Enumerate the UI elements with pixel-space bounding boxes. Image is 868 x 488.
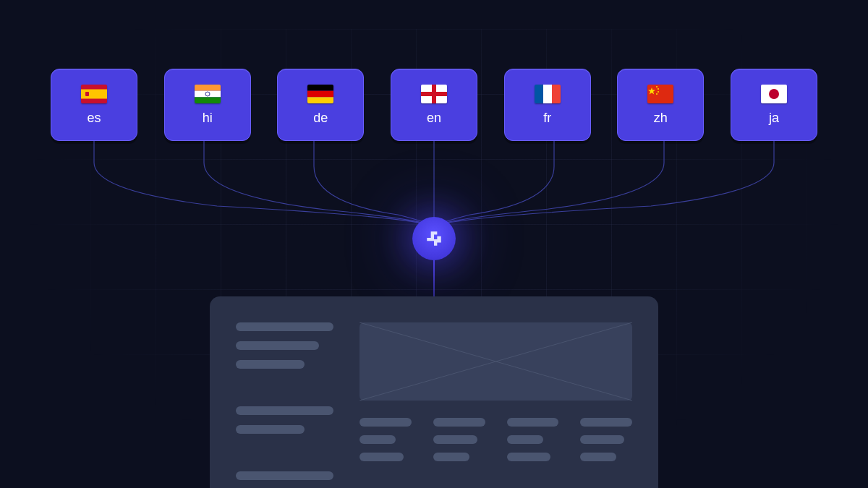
wireframe-hero (359, 322, 632, 401)
lang-label: de (313, 111, 328, 126)
lang-card-ja: ja (731, 69, 817, 141)
svg-rect-1 (81, 89, 107, 98)
lang-label: hi (203, 111, 213, 126)
wireframe-line (580, 435, 624, 444)
wireframe-line (433, 435, 477, 444)
wireframe-line (433, 418, 485, 427)
svg-rect-5 (195, 97, 221, 103)
svg-point-21 (656, 93, 658, 95)
svg-rect-9 (307, 97, 333, 103)
wireframe-line (359, 418, 412, 427)
flag-japan-icon (761, 85, 787, 103)
lang-card-hi: hi (164, 69, 251, 141)
flag-germany-icon (307, 85, 333, 103)
flag-china-icon (647, 85, 673, 103)
svg-rect-2 (85, 92, 89, 96)
wireframe-line (433, 453, 469, 461)
lang-label: ja (769, 111, 779, 126)
wireframe-line (236, 471, 333, 480)
svg-rect-3 (195, 85, 221, 91)
wireframe-line (580, 453, 616, 461)
logo-glyph-icon (425, 229, 443, 248)
svg-point-20 (658, 91, 659, 93)
lang-label: zh (654, 111, 668, 126)
svg-point-19 (658, 88, 659, 90)
wireframe-line (236, 341, 319, 350)
flag-france-icon (535, 85, 561, 103)
lang-card-de: de (277, 69, 364, 141)
wireframe-line (580, 418, 632, 427)
wireframe-panel (210, 296, 658, 488)
lang-card-fr: fr (504, 69, 591, 141)
wireframe-columns (359, 418, 632, 461)
svg-rect-14 (543, 85, 552, 103)
wireframe-line (236, 322, 333, 331)
flag-spain-icon (81, 85, 107, 103)
svg-rect-13 (535, 85, 543, 103)
svg-rect-16 (647, 85, 673, 103)
wireframe-main (359, 322, 632, 488)
svg-rect-7 (307, 85, 333, 91)
flag-england-icon (421, 85, 447, 103)
lang-label: fr (543, 111, 551, 126)
wireframe-line (236, 360, 305, 369)
wireframe-line (236, 406, 333, 415)
svg-point-18 (656, 86, 658, 87)
wireframe-line (359, 453, 404, 461)
svg-rect-12 (421, 92, 447, 96)
lang-card-zh: zh (617, 69, 704, 141)
wireframe-sidebar (236, 322, 333, 488)
lang-card-en: en (391, 69, 477, 141)
wireframe-line (359, 435, 396, 444)
svg-rect-8 (307, 90, 333, 97)
svg-rect-15 (552, 85, 561, 103)
hub-node (412, 217, 456, 260)
lang-label: en (427, 111, 441, 126)
language-cards-row: es hi de en fr zh ja (51, 69, 817, 141)
wireframe-line (507, 418, 559, 427)
lang-label: es (87, 111, 101, 126)
wireframe-line (507, 453, 551, 461)
svg-point-23 (769, 89, 779, 99)
lang-card-es: es (51, 69, 137, 141)
wireframe-line (236, 425, 305, 434)
wireframe-line (507, 435, 543, 444)
flag-india-icon (195, 85, 221, 103)
